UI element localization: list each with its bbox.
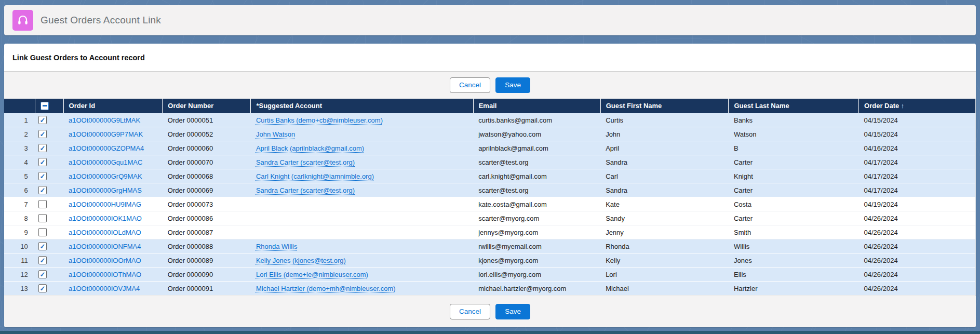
row-number: 7 bbox=[4, 197, 35, 211]
row-checkbox[interactable] bbox=[38, 242, 47, 250]
order-id-link[interactable]: a1OOt000000IOLdMAO bbox=[69, 229, 141, 236]
order-id-link[interactable]: a1OOt000000IONFMA4 bbox=[69, 243, 141, 250]
order-number-cell: Order 0000089 bbox=[163, 253, 251, 268]
order-id-cell: a1OOt000000IOVJMA4 bbox=[63, 282, 163, 296]
row-checkbox[interactable] bbox=[38, 172, 47, 180]
row-number: 5 bbox=[4, 169, 35, 183]
cancel-button-bottom[interactable]: Cancel bbox=[450, 304, 490, 319]
row-checkbox[interactable] bbox=[38, 228, 47, 236]
row-number: 10 bbox=[4, 239, 35, 253]
save-button-top[interactable]: Save bbox=[495, 77, 530, 93]
table-row: 2a1OOt000000G9P7MAKOrder 0000052John Wat… bbox=[4, 127, 975, 141]
row-checkbox[interactable] bbox=[38, 256, 47, 264]
suggested-account-link[interactable]: Rhonda Willis bbox=[256, 243, 297, 250]
suggested-account-cell: John Watson bbox=[251, 127, 473, 141]
row-checkbox[interactable] bbox=[38, 130, 47, 138]
row-checkbox[interactable] bbox=[38, 284, 47, 292]
order-id-link[interactable]: a1OOt000000G9P7MAK bbox=[69, 130, 143, 138]
column-header-guest-first-name[interactable]: Guest First Name bbox=[600, 99, 729, 113]
order-number-cell: Order 0000087 bbox=[163, 225, 251, 239]
link-guest-orders-panel: Link Guest Orders to Account record Canc… bbox=[4, 44, 976, 327]
guest-first-name-cell: Jenny bbox=[600, 225, 729, 239]
guest-last-name-cell: Carter bbox=[729, 155, 859, 169]
row-checkbox-cell bbox=[35, 225, 63, 239]
suggested-account-link[interactable]: April Black (aprilnblack@gmail.com) bbox=[256, 144, 364, 152]
order-id-link[interactable]: a1OOt000000Gqu1MAC bbox=[69, 158, 142, 166]
suggested-account-link[interactable]: Sandra Carter (scarter@test.org) bbox=[256, 158, 355, 166]
order-id-link[interactable]: a1OOt000000GrQ9MAK bbox=[69, 172, 142, 180]
guest-last-name-cell: Carter bbox=[729, 183, 859, 197]
row-checkbox-cell bbox=[35, 197, 63, 211]
email-cell: lori.ellis@myorg.com bbox=[473, 268, 600, 282]
guest-first-name-cell: Michael bbox=[600, 282, 729, 296]
email-cell: carl.knight@gmail.com bbox=[473, 169, 600, 183]
order-date-cell: 04/19/2024 bbox=[859, 197, 975, 211]
suggested-account-cell: Kelly Jones (kjones@test.org) bbox=[251, 253, 473, 268]
guest-first-name-cell: Sandra bbox=[600, 183, 729, 197]
row-number: 12 bbox=[4, 268, 35, 282]
suggested-account-link[interactable]: Sandra Carter (scarter@test.org) bbox=[256, 186, 355, 194]
row-number: 2 bbox=[4, 127, 35, 141]
email-cell: aprilnblack@gmail.com bbox=[473, 141, 600, 155]
column-header-order-number[interactable]: Order Number bbox=[163, 99, 251, 113]
table-row: 1a1OOt000000G9LtMAKOrder 0000051Curtis B… bbox=[4, 113, 975, 127]
order-id-link[interactable]: a1OOt000000GZOPMA4 bbox=[69, 144, 144, 152]
column-header-suggested-account[interactable]: *Suggested Account bbox=[251, 99, 473, 113]
select-all-column-header bbox=[35, 99, 63, 113]
suggested-account-link[interactable]: Kelly Jones (kjones@test.org) bbox=[256, 257, 346, 264]
order-id-cell: a1OOt000000HU9lMAG bbox=[63, 197, 163, 211]
suggested-account-link[interactable]: Michael Hartzler (demo+mh@nimbleuser.com… bbox=[256, 285, 396, 292]
row-checkbox-cell bbox=[35, 113, 63, 127]
suggested-account-cell: Carl Knight (carlknight@iamnimble.org) bbox=[251, 169, 473, 183]
column-header-order-id[interactable]: Order Id bbox=[63, 99, 163, 113]
suggested-account-link[interactable]: Lori Ellis (demo+le@nimbleuser.com) bbox=[256, 271, 368, 278]
row-checkbox[interactable] bbox=[38, 186, 47, 194]
order-id-link[interactable]: a1OOt000000IOK1MAO bbox=[69, 215, 142, 222]
order-date-cell: 04/26/2024 bbox=[859, 239, 975, 253]
order-id-cell: a1OOt000000G9P7MAK bbox=[63, 127, 163, 141]
guest-last-name-cell: Watson bbox=[729, 127, 859, 141]
guest-last-name-cell: Willis bbox=[729, 239, 859, 253]
select-all-checkbox[interactable] bbox=[41, 102, 49, 110]
table-row: 13a1OOt000000IOVJMA4Order 0000091Michael… bbox=[4, 282, 975, 296]
order-id-link[interactable]: a1OOt000000IOThMAO bbox=[69, 271, 141, 278]
order-number-cell: Order 0000051 bbox=[163, 113, 251, 127]
order-id-link[interactable]: a1OOt000000HU9lMAG bbox=[69, 201, 141, 208]
column-header-guest-last-name[interactable]: Guest Last Name bbox=[729, 99, 859, 113]
row-checkbox[interactable] bbox=[38, 200, 47, 208]
row-number: 9 bbox=[4, 225, 35, 239]
save-button-bottom[interactable]: Save bbox=[495, 304, 530, 319]
row-checkbox[interactable] bbox=[38, 158, 47, 166]
row-number: 6 bbox=[4, 183, 35, 197]
cancel-button-top[interactable]: Cancel bbox=[450, 77, 490, 93]
suggested-account-link[interactable]: John Watson bbox=[256, 130, 295, 138]
suggested-account-link[interactable]: Carl Knight (carlknight@iamnimble.org) bbox=[256, 172, 374, 180]
order-number-cell: Order 0000060 bbox=[163, 141, 251, 155]
order-date-cell: 04/17/2024 bbox=[859, 169, 975, 183]
order-id-link[interactable]: a1OOt000000IOVJMA4 bbox=[69, 285, 140, 292]
top-action-bar: Cancel Save bbox=[4, 71, 976, 99]
order-id-link[interactable]: a1OOt000000IOOrMAO bbox=[69, 257, 141, 264]
column-header-order-date[interactable]: Order Date ↑ bbox=[859, 99, 975, 113]
orders-table-body: 1a1OOt000000G9LtMAKOrder 0000051Curtis B… bbox=[4, 113, 975, 296]
order-number-cell: Order 0000052 bbox=[163, 127, 251, 141]
row-number: 11 bbox=[4, 253, 35, 268]
row-checkbox[interactable] bbox=[38, 144, 47, 152]
order-date-cell: 04/26/2024 bbox=[859, 282, 975, 296]
suggested-account-link[interactable]: Curtis Banks (demo+cb@nimbleuser.com) bbox=[256, 116, 383, 124]
email-cell: kate.costa@gmail.com bbox=[473, 197, 600, 211]
row-checkbox[interactable] bbox=[38, 270, 47, 278]
order-date-cell: 04/15/2024 bbox=[859, 127, 975, 141]
order-date-cell: 04/26/2024 bbox=[859, 225, 975, 239]
row-checkbox-cell bbox=[35, 183, 63, 197]
order-id-link[interactable]: a1OOt000000GrgHMAS bbox=[69, 186, 142, 194]
row-checkbox[interactable] bbox=[38, 116, 47, 124]
page-background: { "app": { "title": "Guest Orders Accoun… bbox=[0, 0, 980, 334]
row-checkbox[interactable] bbox=[38, 214, 47, 222]
order-id-cell: a1OOt000000IONFMA4 bbox=[63, 239, 163, 253]
row-number: 8 bbox=[4, 211, 35, 225]
email-cell: rwillis@myemail.com bbox=[473, 239, 600, 253]
row-number-column-header bbox=[4, 99, 35, 113]
order-id-link[interactable]: a1OOt000000G9LtMAK bbox=[69, 116, 140, 124]
column-header-email[interactable]: Email bbox=[473, 99, 600, 113]
